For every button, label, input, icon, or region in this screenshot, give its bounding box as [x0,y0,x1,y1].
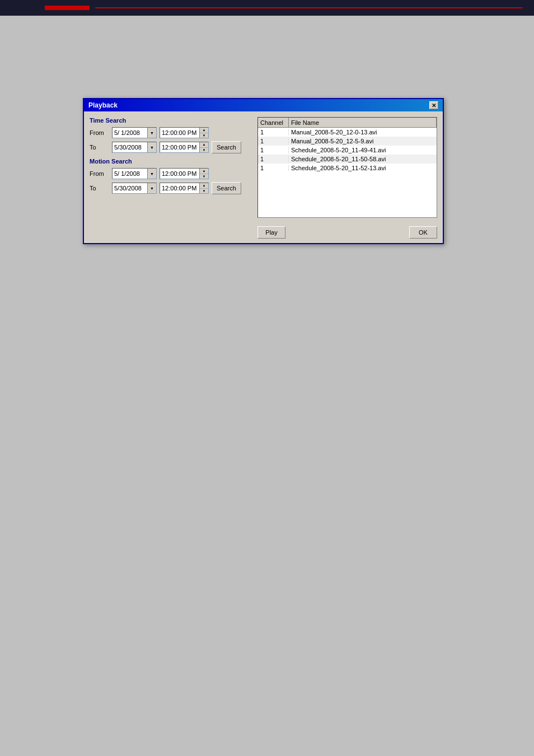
file-list-row[interactable]: 1 Schedule_2008-5-20_11-49-41.avi [258,146,437,155]
file-list-row[interactable]: 1 Schedule_2008-5-20_11-52-13.avi [258,164,437,172]
motion-search-label: Motion Search [90,158,252,165]
file-list-container: Channel File Name 1 Manual_2008-5-20_12-… [257,117,437,218]
motion-search-to-time-input[interactable]: 12:00:00 PM ▲ ▼ [160,183,209,194]
time-search-from-time-input[interactable]: 12:00:00 PM ▲ ▼ [160,127,209,138]
col-filename-header: File Name [289,118,437,127]
time-search-from-time-up[interactable]: ▲ [200,128,208,133]
time-search-label: Time Search [90,117,252,124]
cell-channel: 1 [258,165,289,171]
dialog-body: Time Search From 5/ 1/2008 ▼ 12:00:00 PM… [84,111,443,223]
time-search-to-time-value: 12:00:00 PM [160,144,199,151]
dialog-title: Playback [88,101,118,109]
cell-filename: Schedule_2008-5-20_11-50-58.avi [289,156,437,162]
col-channel-header: Channel [258,118,289,127]
file-list-row[interactable]: 1 Manual_2008-5-20_12-0-13.avi [258,128,437,137]
motion-search-from-date-value: 5/ 1/2008 [113,170,147,177]
motion-search-from-date-input[interactable]: 5/ 1/2008 ▼ [112,168,157,179]
time-search-to-time-down[interactable]: ▼ [200,148,208,153]
right-panel: Channel File Name 1 Manual_2008-5-20_12-… [257,117,437,218]
time-search-to-date-dropdown[interactable]: ▼ [147,142,156,152]
time-search-to-time-input[interactable]: 12:00:00 PM ▲ ▼ [160,142,209,153]
cell-filename: Schedule_2008-5-20_11-52-13.avi [289,165,437,171]
cell-filename: Schedule_2008-5-20_11-49-41.avi [289,147,437,153]
time-search-to-label: To [90,144,109,151]
time-search-to-date-input[interactable]: 5/30/2008 ▼ [112,142,157,153]
top-bar-line [95,7,523,8]
time-search-to-date-value: 5/30/2008 [113,144,147,151]
cell-channel: 1 [258,138,289,144]
motion-search-to-time-up[interactable]: ▲ [200,183,208,189]
time-search-from-date-dropdown[interactable]: ▼ [147,128,156,138]
motion-search-from-date-dropdown[interactable]: ▼ [147,169,156,179]
motion-search-to-label: To [90,185,109,192]
time-search-from-time-down[interactable]: ▼ [200,133,208,138]
dialog-close-button[interactable]: ✕ [429,101,438,109]
motion-search-from-time-spinner[interactable]: ▲ ▼ [199,169,208,179]
file-list-row[interactable]: 1 Manual_2008-5-20_12-5-9.avi [258,137,437,146]
motion-search-to-date-input[interactable]: 5/30/2008 ▼ [112,183,157,194]
time-search-from-row: From 5/ 1/2008 ▼ 12:00:00 PM ▲ ▼ [90,127,252,138]
time-search-from-date-input[interactable]: 5/ 1/2008 ▼ [112,127,157,138]
left-panel: Time Search From 5/ 1/2008 ▼ 12:00:00 PM… [90,117,252,218]
dialog-titlebar: Playback ✕ [84,99,443,111]
motion-search-to-row: To 5/30/2008 ▼ 12:00:00 PM ▲ ▼ Search [90,182,252,194]
file-list-body[interactable]: 1 Manual_2008-5-20_12-0-13.avi 1 Manual_… [258,128,437,217]
time-search-to-time-spinner[interactable]: ▲ ▼ [199,142,208,152]
motion-search-to-time-spinner[interactable]: ▲ ▼ [199,183,208,193]
time-search-from-time-spinner[interactable]: ▲ ▼ [199,128,208,138]
motion-search-button[interactable]: Search [212,182,241,194]
cell-filename: Manual_2008-5-20_12-0-13.avi [289,129,437,136]
time-search-from-label: From [90,129,109,136]
motion-search-to-time-value: 12:00:00 PM [160,185,199,192]
motion-search-from-time-value: 12:00:00 PM [160,170,199,177]
motion-search-from-time-up[interactable]: ▲ [200,169,208,174]
time-search-from-date-value: 5/ 1/2008 [113,129,147,136]
time-search-from-time-value: 12:00:00 PM [160,129,199,136]
file-list-row[interactable]: 1 Schedule_2008-5-20_11-50-58.avi [258,155,437,164]
play-button[interactable]: Play [257,226,285,239]
cell-channel: 1 [258,129,289,136]
motion-search-from-label: From [90,170,109,177]
motion-search-to-time-down[interactable]: ▼ [200,189,208,194]
dialog-footer: Play OK [84,223,443,243]
motion-search-from-row: From 5/ 1/2008 ▼ 12:00:00 PM ▲ ▼ [90,168,252,179]
time-search-to-time-up[interactable]: ▲ [200,142,208,148]
motion-search-from-time-down[interactable]: ▼ [200,174,208,179]
time-search-button[interactable]: Search [212,141,241,153]
top-bar-accent [45,6,90,10]
motion-search-from-time-input[interactable]: 12:00:00 PM ▲ ▼ [160,168,209,179]
cell-filename: Manual_2008-5-20_12-5-9.avi [289,138,437,144]
cell-channel: 1 [258,156,289,162]
file-list-header: Channel File Name [258,118,437,128]
cell-channel: 1 [258,147,289,153]
top-bar [0,0,534,16]
ok-button[interactable]: OK [409,226,437,239]
playback-dialog: Playback ✕ Time Search From 5/ 1/2008 ▼ … [83,98,444,244]
time-search-to-row: To 5/30/2008 ▼ 12:00:00 PM ▲ ▼ Search [90,141,252,153]
motion-search-to-date-dropdown[interactable]: ▼ [147,183,156,193]
motion-search-to-date-value: 5/30/2008 [113,185,147,192]
